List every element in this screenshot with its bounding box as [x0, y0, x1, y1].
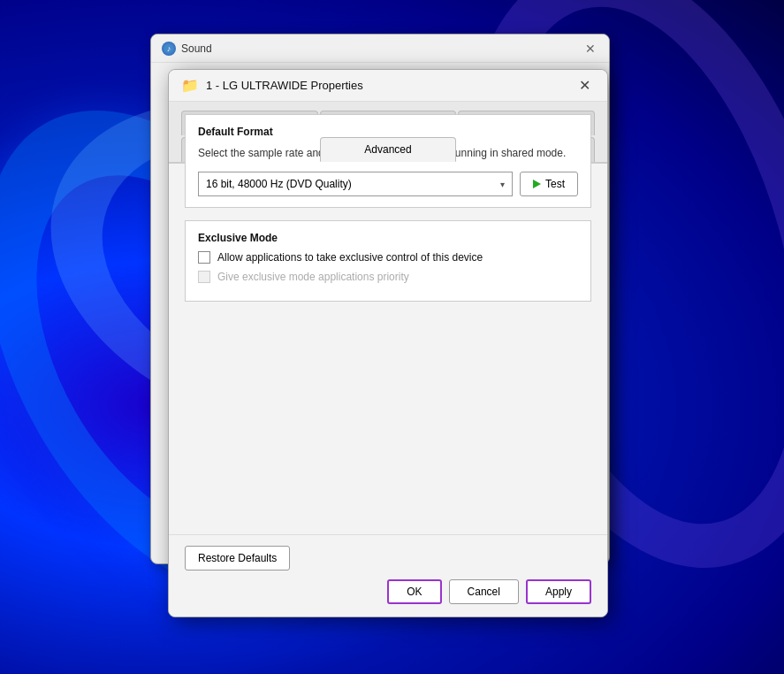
exclusive-mode-section: Exclusive Mode Allow applications to tak…: [185, 220, 591, 302]
sound-icon: ♪: [162, 42, 176, 56]
format-dropdown[interactable]: 16 bit, 48000 Hz (DVD Quality) ▾: [198, 172, 513, 196]
restore-defaults-row: Restore Defaults: [185, 546, 591, 579]
action-buttons: OK Cancel Apply: [185, 579, 591, 604]
exclusive-control-row: Allow applications to take exclusive con…: [198, 251, 578, 264]
exclusive-control-checkbox[interactable]: [198, 251, 210, 264]
exclusive-mode-title: Exclusive Mode: [198, 232, 578, 244]
priority-checkbox[interactable]: [198, 271, 210, 283]
sound-titlebar: ♪ Sound ✕: [151, 34, 609, 63]
dropdown-arrow-icon: ▾: [500, 180, 505, 189]
play-icon: [533, 180, 541, 188]
tab-advanced[interactable]: Advanced: [320, 137, 457, 162]
apply-button[interactable]: Apply: [526, 579, 591, 604]
cancel-button[interactable]: Cancel: [449, 579, 519, 604]
priority-label: Give exclusive mode applications priorit…: [217, 271, 409, 283]
properties-titlebar: 📁 1 - LG ULTRAWIDE Properties ✕: [169, 70, 607, 102]
sound-window-title: Sound: [181, 42, 582, 55]
format-row: 16 bit, 48000 Hz (DVD Quality) ▾ Test: [198, 172, 578, 196]
exclusive-control-label: Allow applications to take exclusive con…: [217, 251, 483, 264]
restore-defaults-button[interactable]: Restore Defaults: [185, 546, 290, 571]
default-format-title: Default Format: [198, 126, 578, 138]
ok-button[interactable]: OK: [387, 579, 441, 604]
folder-icon: 📁: [181, 77, 199, 94]
sound-close-button[interactable]: ✕: [582, 41, 598, 57]
priority-row: Give exclusive mode applications priorit…: [198, 271, 578, 283]
properties-footer: Restore Defaults OK Cancel Apply: [169, 534, 607, 617]
main-content: Default Format Select the sample rate an…: [169, 102, 607, 553]
properties-window-title: 1 - LG ULTRAWIDE Properties: [206, 79, 574, 92]
format-select-value: 16 bit, 48000 Hz (DVD Quality): [206, 178, 352, 190]
test-button[interactable]: Test: [520, 172, 578, 196]
properties-window: 📁 1 - LG ULTRAWIDE Properties ✕ General …: [168, 69, 608, 617]
properties-close-button[interactable]: ✕: [574, 75, 595, 96]
